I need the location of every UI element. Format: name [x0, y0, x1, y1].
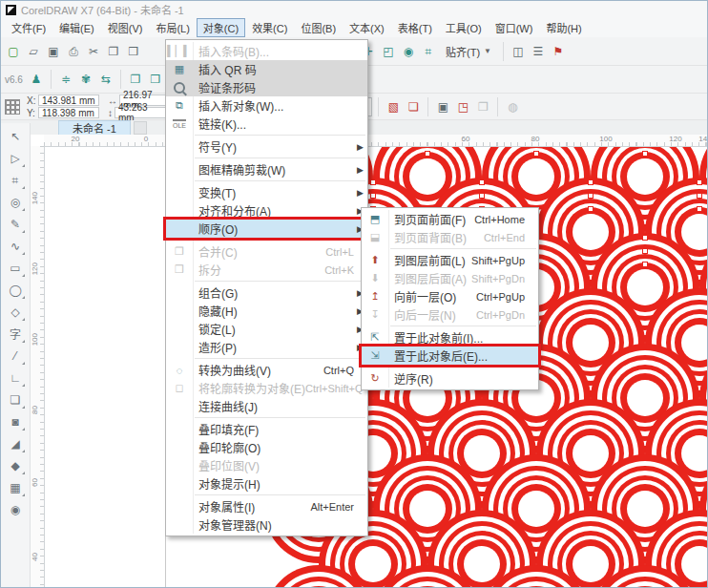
menu-item-对象管理器N[interactable]: 对象管理器(N)	[166, 515, 367, 534]
page-copy-icon[interactable]: ❐	[127, 71, 144, 88]
selection-handle[interactable]	[426, 152, 430, 157]
menubar-item-文件[interactable]: 文件(F)	[5, 18, 52, 37]
selection-handle[interactable]	[698, 180, 702, 185]
gear-icon[interactable]: ✾	[77, 71, 94, 88]
pick-tool[interactable]: ↖	[4, 125, 27, 147]
menu-item-对象提示H[interactable]: 对象提示(H)	[166, 474, 367, 493]
origin-grid-icon[interactable]	[5, 99, 20, 115]
selection-handle[interactable]	[480, 194, 485, 199]
menu-item-叠印填充F[interactable]: 叠印填充(F)	[166, 420, 367, 438]
drop-shadow-tool[interactable]: ❏	[4, 388, 27, 410]
selection-handle[interactable]	[698, 194, 702, 199]
menu-item-组合G[interactable]: 组合(G)▶	[166, 284, 367, 302]
window-icon[interactable]: ◫	[510, 43, 527, 60]
menubar-item-帮助[interactable]: 帮助(H)	[539, 18, 588, 37]
behind-fill-icon[interactable]: ❏	[405, 98, 422, 116]
eyedropper-tool[interactable]: ◢	[4, 432, 27, 454]
connector-tool[interactable]: ∟	[4, 367, 27, 388]
people-icon[interactable]: ♟	[28, 71, 45, 88]
menu-item-插入QR码[interactable]: ▦插入 QR 码	[166, 60, 367, 78]
selection-handle[interactable]	[643, 262, 648, 267]
new-document-icon[interactable]: ▢	[5, 43, 22, 60]
clear-transform-icon[interactable]: ◳	[454, 98, 471, 116]
selection-handle[interactable]	[643, 236, 648, 241]
selection-handle[interactable]	[371, 194, 376, 199]
selection-handle[interactable]	[589, 207, 593, 212]
menubar-item-编辑[interactable]: 编辑(E)	[52, 18, 101, 37]
selection-handle[interactable]	[589, 180, 593, 185]
x-position-field[interactable]: 143.981 mm	[38, 94, 99, 106]
menu-item-向前一层O[interactable]: ↥向前一层(O)Ctrl+PgUp	[362, 287, 538, 305]
snap-to-button[interactable]: 贴齐(T)▼	[440, 41, 497, 62]
menu-item-锁定L[interactable]: 锁定(L)▶	[166, 320, 367, 338]
selection-handle[interactable]	[643, 249, 648, 254]
menubar-item-文本[interactable]: 文本(X)	[343, 18, 391, 37]
menu-item-验证条形码[interactable]: 验证条形码	[166, 78, 367, 96]
text-tool[interactable]: 字	[4, 323, 27, 345]
polygon-tool[interactable]: ◇	[4, 301, 27, 323]
menu-item-置于此对象后E[interactable]: ⇲置于此对象后(E)...	[362, 346, 538, 365]
flag-icon[interactable]: ⚑	[550, 43, 567, 60]
snap-grid-icon[interactable]: ⌗	[420, 43, 437, 60]
menu-item-到图层前面L[interactable]: ⬆到图层前面(L)Shift+PgUp	[362, 251, 538, 269]
menu-item-到页面前面F[interactable]: ⬒到页面前面(F)Ctrl+Home	[362, 210, 538, 228]
wrap-text-icon[interactable]: ▧	[385, 98, 402, 116]
copy-icon[interactable]: ❐	[105, 43, 122, 60]
menubar-item-位图[interactable]: 位图(B)	[294, 18, 343, 37]
paste-icon[interactable]: ❒	[125, 43, 142, 60]
selection-handle[interactable]	[371, 180, 376, 185]
menubar-item-效果[interactable]: 效果(C)	[245, 18, 294, 37]
page-paste-icon[interactable]: ❒	[147, 71, 164, 88]
menu-item-链接K[interactable]: OLE链接(K)...	[166, 115, 367, 133]
document-tab[interactable]: 未命名 -1	[58, 120, 131, 135]
menubar-item-窗口[interactable]: 窗口(W)	[489, 18, 540, 37]
corner-icon[interactable]: ◰	[380, 43, 397, 60]
menubar-item-视图[interactable]: 视图(V)	[101, 18, 150, 37]
mesh-fill-tool[interactable]: ▦	[4, 476, 27, 498]
new-tab-button[interactable]	[134, 121, 147, 135]
artistic-media-tool[interactable]: ∿	[4, 235, 27, 257]
horizontal-ruler[interactable]: 2006080100120140	[44, 135, 707, 147]
menu-item-顺序O[interactable]: 顺序(O)▶	[166, 220, 367, 238]
menu-item-置于此对象前I[interactable]: ⇱置于此对象前(I)...	[362, 328, 538, 346]
show-icon[interactable]: ◉	[400, 43, 417, 60]
rectangle-tool[interactable]: ▭	[4, 257, 27, 279]
zoom-tool[interactable]: ◎	[4, 191, 27, 213]
freehand-tool[interactable]: ✎	[4, 213, 27, 235]
list-icon[interactable]: ☰	[530, 43, 547, 60]
vertical-ruler[interactable]: 140120100806040	[30, 146, 45, 587]
selection-handle[interactable]	[480, 180, 485, 185]
rgb-cmyk-icon[interactable]: ⇆	[97, 71, 115, 88]
menubar-item-对象[interactable]: 对象(C)	[197, 18, 245, 37]
menu-item-对齐和分布A[interactable]: 对齐和分布(A)▶	[166, 201, 367, 220]
selection-handle[interactable]	[698, 207, 702, 212]
align-icon[interactable]: ≑	[57, 71, 74, 88]
menu-item-连接曲线J[interactable]: 连接曲线(J)	[166, 397, 367, 415]
selection-handle[interactable]	[643, 152, 648, 157]
dimension-tool[interactable]: ⁄	[4, 345, 27, 367]
menu-item-叠印轮廓O[interactable]: 叠印轮廓(O)	[166, 438, 367, 456]
menu-item-对象属性I[interactable]: 对象属性(I)Alt+Enter	[166, 497, 367, 515]
cut-icon[interactable]: ✂	[85, 43, 102, 60]
open-icon[interactable]: ▱	[25, 43, 42, 60]
menu-item-隐藏H[interactable]: 隐藏(H)▶	[166, 302, 367, 320]
selection-handle[interactable]	[589, 194, 593, 199]
crop-tool[interactable]: ⌗	[4, 169, 27, 191]
menu-item-插入新对象W[interactable]: ⧉插入新对象(W)...	[166, 96, 367, 115]
menubar-item-布局[interactable]: 布局(L)	[149, 18, 196, 37]
contour-tool[interactable]: ◙	[4, 410, 27, 432]
menu-item-造形P[interactable]: 造形(P)▶	[166, 338, 367, 356]
menu-item-变换T[interactable]: 变换(T)▶	[166, 183, 367, 201]
ellipse-tool[interactable]: ◯	[4, 279, 27, 301]
print-icon[interactable]: ⎙	[65, 43, 82, 60]
shape-tool[interactable]: ▷	[4, 147, 27, 169]
selection-handle[interactable]	[534, 152, 539, 157]
scale-factor-icon[interactable]: ▣	[434, 98, 451, 116]
smart-fill-tool[interactable]: ◉	[4, 498, 27, 520]
fill-tool[interactable]: ◆	[4, 454, 27, 476]
y-position-field[interactable]: 118.398 mm	[38, 107, 99, 118]
object-height-field[interactable]: 43.263 mm	[115, 107, 170, 118]
menu-item-图框精确剪裁W[interactable]: 图框精确剪裁(W)▶	[166, 160, 367, 178]
save-icon[interactable]: ▣	[45, 43, 62, 60]
menu-item-符号Y[interactable]: 符号(Y)▶	[166, 137, 367, 156]
